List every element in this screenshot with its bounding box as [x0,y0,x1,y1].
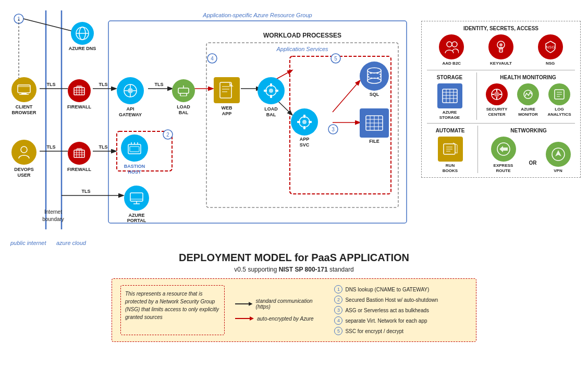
svg-point-71 [269,89,273,93]
app-services-label: Application Services [276,46,328,52]
svg-point-77 [302,120,307,124]
badge-1: 1 [334,285,342,293]
svg-rect-60 [178,88,189,93]
svg-point-100 [21,146,27,153]
or-label: OR [529,160,537,166]
svg-point-17 [14,14,23,23]
encrypted-arrow-item: auto-encrypted by Azure [235,315,324,322]
svg-text:NSG: NSG [546,45,555,50]
workload-label: WORKLOAD PROCESSES [263,32,341,39]
automate-title: AUTOMATE [427,128,473,133]
svg-point-87 [368,73,381,78]
firewall1-label: FIREWALL [64,104,95,109]
right-panel: IDENTITY, SECRETS, ACCESS AAD B2C KEYVAU… [421,21,581,178]
svg-line-19 [23,19,77,32]
public-internet-label: public internet [10,240,46,246]
azure-portal-icon [124,186,149,211]
keyvault-item: KEYVAULT [480,34,522,66]
svg-rect-74 [264,90,267,92]
numbered-legend: 1 DNS lookup (CNAME to GATEWAY) 2 Secure… [334,285,468,335]
svg-point-115 [499,43,503,46]
web-app-icon [214,77,240,103]
load-bal2-icon [258,77,285,104]
runbooks-item: RUNBOOKS [432,137,469,173]
log-analytics-item: LOGANALYTICS [544,83,575,117]
firewall1-icon [68,79,91,102]
azure-dns-label: AZURE DNS [67,46,98,51]
legend-item-3: 3 ASG or Serverless act as bulkheads [334,306,468,314]
badge-2: 2 [334,296,342,304]
identity-section: IDENTITY, SECRETS, ACCESS AAD B2C KEYVAU… [427,26,575,66]
svg-text:Application-specific Azure Res: Application-specific Azure Resource Grou… [202,12,312,18]
azure-dns-icon [71,22,94,45]
svg-point-127 [494,92,499,97]
svg-text:WORKLOAD PROCESSES: WORKLOAD PROCESSES [263,32,341,39]
svg-text:TLS: TLS [99,82,108,87]
azure-monitor-item: AZUREMONITOR [512,83,544,117]
legend-box: This represents a resource that is prote… [112,278,476,342]
file-label: FILE [360,139,389,144]
express-route-item: EXPRESSROUTE [487,137,520,173]
svg-text:TLS: TLS [47,82,56,87]
azure-portal-label: AZURE PORTAL [119,213,154,223]
svg-text:TLS: TLS [47,144,56,150]
firewall2-icon [68,142,91,165]
bastion-host-icon [121,134,148,162]
health-title: HEALTH MONITORING [481,75,575,80]
internet-boundary-label: Internetboundary [32,209,74,223]
nsg-label: NSG [546,61,555,66]
file-icon [360,108,389,138]
svg-rect-108 [130,193,143,201]
encrypted-arrow-label: auto-encrypted by Azure [257,316,314,322]
web-app-label: WEBAPP [212,105,242,117]
svg-rect-72 [270,83,272,87]
svg-point-112 [447,42,452,47]
svg-point-9 [163,130,173,139]
deployment-subtitle: v0.5 supporting NIST SP 800-171 standard [10,266,578,273]
storage-section: STORAGE AZURESTORAGE [427,72,472,120]
svg-text:TLS: TLS [82,189,91,194]
health-section: HEALTH MONITORING SECURITYCENTER AZUREMO… [481,72,575,120]
legend-item-5: 5 SSC for encrypt / decrypt [334,327,468,335]
arrow-legend: standard communication (https) auto-encr… [235,285,324,335]
load-bal1-label: LOADBAL [168,104,199,116]
security-center-item: SECURITYCENTER [481,83,512,117]
badge-3: 3 [334,306,342,314]
sql-icon [360,62,389,91]
svg-point-113 [452,42,457,47]
storage-title: STORAGE [427,75,472,80]
svg-point-6 [207,54,217,63]
express-route-label: EXPRESSROUTE [494,163,513,173]
sql-label: SQL [360,92,389,97]
load-bal1-icon [172,79,195,102]
automate-section: AUTOMATE RUNBOOKS [427,126,473,173]
legend-item-2: 2 Secured Bastion Host w/ auto-shutdown [334,296,468,304]
svg-rect-81 [309,121,312,123]
networking-title: NETWORKING [482,128,575,133]
vpn-label: VPN [554,168,562,173]
azure-cloud-label: azure cloud [56,240,86,246]
svg-rect-75 [275,90,278,92]
svg-text:TLS: TLS [99,144,108,150]
svg-line-31 [333,81,360,112]
api-gateway-label: APIGATEWAY [114,106,147,118]
svg-rect-95 [128,144,141,154]
svg-point-55 [128,88,133,93]
svg-text:2: 2 [166,132,169,138]
svg-rect-96 [130,146,139,152]
svg-point-86 [368,78,381,83]
devops-user-label: DEVOPSUSER [6,167,42,178]
api-gateway-icon [117,77,144,104]
devops-user-icon [11,140,36,165]
aad-b2c-label: AAD B2C [443,61,461,66]
bastion-host-label: BASTIONHOST [117,164,152,175]
svg-marker-144 [249,302,252,305]
standard-arrow-label: standard communication (https) [256,298,324,310]
bottom-section: DEPLOYMENT MODEL for PaaS APPLICATION v0… [0,248,588,346]
svg-text:Application Services: Application Services [276,46,328,52]
svg-text:TLS: TLS [155,82,164,87]
client-browser-icon [11,77,36,102]
badge-4: 4 [334,316,342,325]
svg-text:4: 4 [211,56,214,62]
app-svc-label: APPSVC [288,137,321,148]
